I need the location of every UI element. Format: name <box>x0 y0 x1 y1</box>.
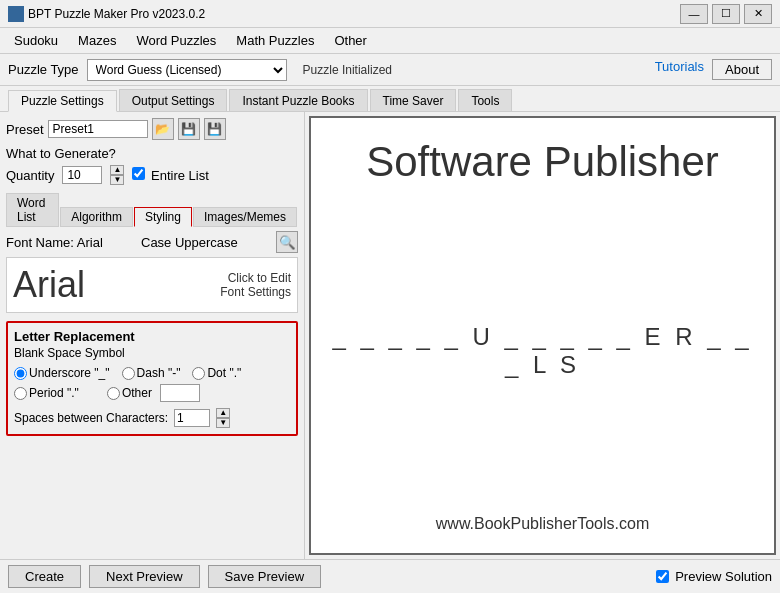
bottom-right: Preview Solution <box>656 569 772 584</box>
maximize-button[interactable]: ☐ <box>712 4 740 24</box>
radio-row-1: Underscore "_" Dash "-" Dot "." <box>14 366 290 380</box>
quantity-label: Quantity <box>6 168 54 183</box>
tab-puzzle-settings[interactable]: Puzzle Settings <box>8 90 117 112</box>
font-preview-text: Arial <box>13 264 85 306</box>
sub-tab-word-list[interactable]: Word List <box>6 193 59 227</box>
underscore-option[interactable]: Underscore "_" <box>14 366 110 380</box>
click-to-edit-text: Click to Edit Font Settings <box>220 271 291 299</box>
tab-output-settings[interactable]: Output Settings <box>119 89 228 111</box>
preset-input[interactable] <box>48 120 148 138</box>
create-button[interactable]: Create <box>8 565 81 588</box>
preview-panel: Software Publisher _ _ _ _ _ U _ _ _ _ _… <box>309 116 776 555</box>
preset-save-as-button[interactable]: 💾 <box>204 118 226 140</box>
tab-time-saver[interactable]: Time Saver <box>370 89 457 111</box>
titlebar-title: BPT Puzzle Maker Pro v2023.0.2 <box>28 7 680 21</box>
menubar: Sudoku Mazes Word Puzzles Math Puzzles O… <box>0 28 780 54</box>
lr-subtitle: Blank Space Symbol <box>14 346 290 360</box>
radio-row-2: Period "." Other <box>14 384 290 402</box>
letter-replacement-box: Letter Replacement Blank Space Symbol Un… <box>6 321 298 436</box>
preset-save-button[interactable]: 💾 <box>178 118 200 140</box>
status-text: Puzzle Initialized <box>303 63 392 77</box>
toolbar: Puzzle Type Word Guess (Licensed) Puzzle… <box>0 54 780 86</box>
minimize-button[interactable]: — <box>680 4 708 24</box>
case-text: Case Uppercase <box>141 235 238 250</box>
titlebar-controls: — ☐ ✕ <box>680 4 772 24</box>
puzzle-type-select[interactable]: Word Guess (Licensed) <box>87 59 287 81</box>
spaces-down[interactable]: ▼ <box>216 418 230 428</box>
other-option[interactable]: Other <box>107 386 152 400</box>
menu-mazes[interactable]: Mazes <box>68 31 126 50</box>
quantity-input[interactable] <box>62 166 102 184</box>
spaces-row: Spaces between Characters: ▲ ▼ <box>14 408 290 428</box>
quantity-spinner[interactable]: ▲ ▼ <box>110 165 124 185</box>
spaces-input[interactable] <box>174 409 210 427</box>
font-name-text: Font Name: Arial <box>6 235 103 250</box>
quantity-up[interactable]: ▲ <box>110 165 124 175</box>
preset-row: Preset 📂 💾 💾 <box>6 118 298 140</box>
tutorials-link[interactable]: Tutorials <box>655 59 704 80</box>
toolbar-right: Tutorials About <box>655 59 772 80</box>
left-panel: Preset 📂 💾 💾 What to Generate? Quantity … <box>0 112 305 559</box>
save-preview-button[interactable]: Save Preview <box>208 565 321 588</box>
close-button[interactable]: ✕ <box>744 4 772 24</box>
main-content: Preset 📂 💾 💾 What to Generate? Quantity … <box>0 112 780 559</box>
preview-solution-checkbox[interactable] <box>656 570 669 583</box>
period-option[interactable]: Period "." <box>14 386 79 400</box>
puzzle-type-label: Puzzle Type <box>8 62 79 77</box>
entire-list-label: Entire List <box>132 167 208 183</box>
font-search-button[interactable]: 🔍 <box>276 231 298 253</box>
lr-title: Letter Replacement <box>14 329 290 344</box>
preview-blanks: _ _ _ _ _ U _ _ _ _ _ E R _ _ _ L S <box>331 323 754 379</box>
spaces-up[interactable]: ▲ <box>216 408 230 418</box>
main-tabbar: Puzzle Settings Output Settings Instant … <box>0 86 780 112</box>
menu-word-puzzles[interactable]: Word Puzzles <box>126 31 226 50</box>
preview-url: www.BookPublisherTools.com <box>436 515 649 533</box>
other-input[interactable] <box>160 384 200 402</box>
tab-instant-puzzle-books[interactable]: Instant Puzzle Books <box>229 89 367 111</box>
bottombar: Create Next Preview Save Preview Preview… <box>0 559 780 593</box>
menu-other[interactable]: Other <box>324 31 377 50</box>
sub-tabbar: Word List Algorithm Styling Images/Memes <box>6 193 298 227</box>
preview-title: Software Publisher <box>366 138 719 186</box>
dash-option[interactable]: Dash "-" <box>122 366 181 380</box>
sub-tab-styling[interactable]: Styling <box>134 207 192 227</box>
what-to-generate-label: What to Generate? <box>6 146 298 161</box>
font-name-row: Font Name: Arial Case Uppercase 🔍 <box>6 231 298 253</box>
sub-tab-images-memes[interactable]: Images/Memes <box>193 207 297 227</box>
font-preview-box[interactable]: Arial Click to Edit Font Settings <box>6 257 298 313</box>
quantity-down[interactable]: ▼ <box>110 175 124 185</box>
menu-sudoku[interactable]: Sudoku <box>4 31 68 50</box>
app-icon <box>8 6 24 22</box>
preview-solution-label: Preview Solution <box>675 569 772 584</box>
quantity-row: Quantity ▲ ▼ Entire List <box>6 165 298 185</box>
next-preview-button[interactable]: Next Preview <box>89 565 200 588</box>
preset-open-button[interactable]: 📂 <box>152 118 174 140</box>
about-button[interactable]: About <box>712 59 772 80</box>
sub-tab-algorithm[interactable]: Algorithm <box>60 207 133 227</box>
dot-option[interactable]: Dot "." <box>192 366 241 380</box>
spaces-spinner[interactable]: ▲ ▼ <box>216 408 230 428</box>
titlebar: BPT Puzzle Maker Pro v2023.0.2 — ☐ ✕ <box>0 0 780 28</box>
entire-list-checkbox[interactable] <box>132 167 145 180</box>
spaces-label: Spaces between Characters: <box>14 411 168 425</box>
menu-math-puzzles[interactable]: Math Puzzles <box>226 31 324 50</box>
tab-tools[interactable]: Tools <box>458 89 512 111</box>
preset-label: Preset <box>6 122 44 137</box>
